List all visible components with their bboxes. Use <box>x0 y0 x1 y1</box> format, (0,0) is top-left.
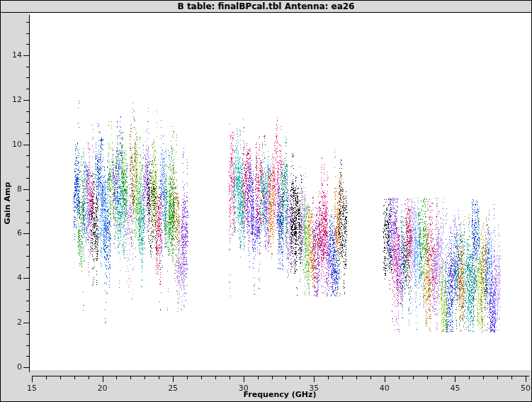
plot-area <box>30 13 532 370</box>
x-tick-label: 20 <box>98 384 108 393</box>
plot-title: B table: finalBPcal.tbl Antenna: ea26 <box>178 1 355 11</box>
y-axis-label: Gain Amp <box>3 179 12 228</box>
y-tick-label: 12 <box>4 95 22 104</box>
y-tick-label: 2 <box>4 318 22 327</box>
y-tick-label: 0 <box>4 362 22 372</box>
x-tick-label: 45 <box>450 384 460 393</box>
plot-title-bar: B table: finalBPcal.tbl Antenna: ea26 <box>1 1 531 13</box>
y-tick-label: 6 <box>4 228 22 238</box>
x-tick-label: 15 <box>27 384 37 393</box>
x-tick-label: 25 <box>168 384 178 393</box>
y-tick-label: 10 <box>4 140 22 149</box>
x-tick-label: 50 <box>521 384 531 393</box>
x-tick-label: 40 <box>380 384 390 393</box>
y-tick-label: 4 <box>4 273 22 282</box>
plot-window: B table: finalBPcal.tbl Antenna: ea26 15… <box>0 0 532 402</box>
x-axis-label: Frequency (GHz) <box>244 390 317 399</box>
y-tick-label: 14 <box>4 50 22 60</box>
